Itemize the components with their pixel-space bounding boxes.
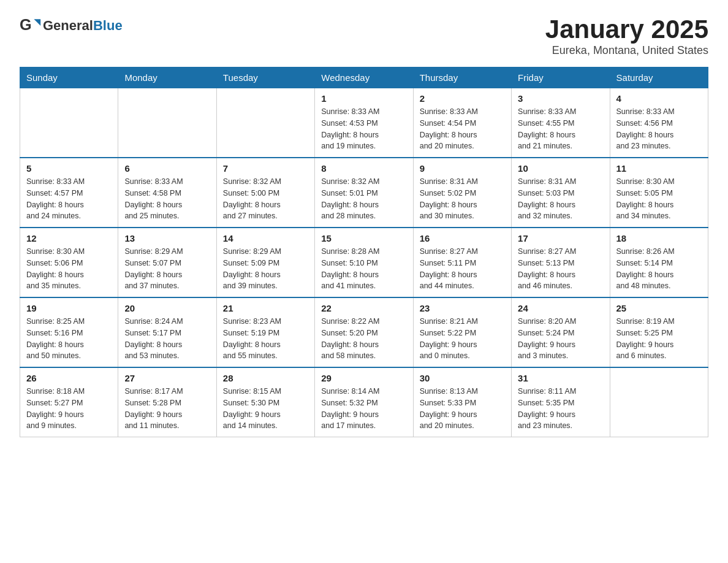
day-info: Sunrise: 8:31 AM Sunset: 5:02 PM Dayligh… — [420, 176, 505, 222]
day-number: 24 — [518, 303, 603, 313]
header-wednesday: Wednesday — [315, 67, 413, 88]
day-cell — [20, 88, 118, 158]
day-number: 3 — [518, 93, 603, 104]
day-info: Sunrise: 8:30 AM Sunset: 5:05 PM Dayligh… — [616, 176, 702, 222]
day-number: 7 — [223, 163, 308, 174]
day-cell: 27Sunrise: 8:17 AM Sunset: 5:28 PM Dayli… — [118, 367, 216, 437]
day-cell: 22Sunrise: 8:22 AM Sunset: 5:20 PM Dayli… — [315, 297, 413, 367]
day-number: 6 — [124, 163, 210, 174]
day-info: Sunrise: 8:33 AM Sunset: 4:53 PM Dayligh… — [321, 106, 406, 152]
calendar-body: 1Sunrise: 8:33 AM Sunset: 4:53 PM Daylig… — [20, 88, 708, 437]
day-cell: 21Sunrise: 8:23 AM Sunset: 5:19 PM Dayli… — [216, 297, 314, 367]
day-info: Sunrise: 8:33 AM Sunset: 4:56 PM Dayligh… — [616, 106, 702, 152]
day-cell: 1Sunrise: 8:33 AM Sunset: 4:53 PM Daylig… — [315, 88, 413, 158]
day-cell: 29Sunrise: 8:14 AM Sunset: 5:32 PM Dayli… — [315, 367, 413, 437]
day-number: 20 — [124, 303, 210, 313]
page-header: G GeneralBlue January 2025 Eureka, Monta… — [20, 15, 708, 57]
day-cell: 9Sunrise: 8:31 AM Sunset: 5:02 PM Daylig… — [413, 158, 511, 228]
day-info: Sunrise: 8:31 AM Sunset: 5:03 PM Dayligh… — [518, 176, 603, 222]
day-cell: 12Sunrise: 8:30 AM Sunset: 5:06 PM Dayli… — [20, 228, 118, 297]
day-info: Sunrise: 8:17 AM Sunset: 5:28 PM Dayligh… — [124, 386, 210, 432]
day-number: 21 — [223, 303, 308, 313]
day-cell: 19Sunrise: 8:25 AM Sunset: 5:16 PM Dayli… — [20, 297, 118, 367]
header-row: SundayMondayTuesdayWednesdayThursdayFrid… — [20, 67, 708, 88]
day-info: Sunrise: 8:28 AM Sunset: 5:10 PM Dayligh… — [321, 246, 406, 292]
day-info: Sunrise: 8:27 AM Sunset: 5:11 PM Dayligh… — [420, 246, 505, 292]
day-number: 18 — [616, 233, 702, 243]
day-cell: 28Sunrise: 8:15 AM Sunset: 5:30 PM Dayli… — [216, 367, 314, 437]
calendar-header: SundayMondayTuesdayWednesdayThursdayFrid… — [20, 67, 708, 88]
day-number: 5 — [26, 163, 112, 174]
day-number: 30 — [420, 373, 505, 383]
week-row-1: 1Sunrise: 8:33 AM Sunset: 4:53 PM Daylig… — [20, 88, 708, 158]
day-number: 25 — [616, 303, 702, 313]
day-number: 22 — [321, 303, 406, 313]
day-cell: 16Sunrise: 8:27 AM Sunset: 5:11 PM Dayli… — [413, 228, 511, 297]
day-cell: 26Sunrise: 8:18 AM Sunset: 5:27 PM Dayli… — [20, 367, 118, 437]
day-cell — [216, 88, 314, 158]
day-cell: 18Sunrise: 8:26 AM Sunset: 5:14 PM Dayli… — [610, 228, 708, 297]
day-info: Sunrise: 8:13 AM Sunset: 5:33 PM Dayligh… — [420, 386, 505, 432]
day-info: Sunrise: 8:21 AM Sunset: 5:22 PM Dayligh… — [420, 316, 505, 362]
day-cell: 11Sunrise: 8:30 AM Sunset: 5:05 PM Dayli… — [610, 158, 708, 228]
day-number: 31 — [518, 373, 603, 383]
day-cell: 7Sunrise: 8:32 AM Sunset: 5:00 PM Daylig… — [216, 158, 314, 228]
week-row-3: 12Sunrise: 8:30 AM Sunset: 5:06 PM Dayli… — [20, 228, 708, 297]
day-number: 1 — [321, 93, 406, 104]
day-number: 29 — [321, 373, 406, 383]
day-cell: 4Sunrise: 8:33 AM Sunset: 4:56 PM Daylig… — [610, 88, 708, 158]
day-number: 2 — [420, 93, 505, 104]
day-info: Sunrise: 8:22 AM Sunset: 5:20 PM Dayligh… — [321, 316, 406, 362]
logo-icon: G — [20, 15, 42, 37]
day-info: Sunrise: 8:27 AM Sunset: 5:13 PM Dayligh… — [518, 246, 603, 292]
day-number: 14 — [223, 233, 308, 243]
week-row-5: 26Sunrise: 8:18 AM Sunset: 5:27 PM Dayli… — [20, 367, 708, 437]
day-cell — [118, 88, 216, 158]
day-cell: 5Sunrise: 8:33 AM Sunset: 4:57 PM Daylig… — [20, 158, 118, 228]
day-cell: 15Sunrise: 8:28 AM Sunset: 5:10 PM Dayli… — [315, 228, 413, 297]
day-cell: 8Sunrise: 8:32 AM Sunset: 5:01 PM Daylig… — [315, 158, 413, 228]
day-cell: 13Sunrise: 8:29 AM Sunset: 5:07 PM Dayli… — [118, 228, 216, 297]
logo: G GeneralBlue — [20, 15, 123, 37]
day-number: 26 — [26, 373, 112, 383]
day-number: 4 — [616, 93, 702, 104]
day-info: Sunrise: 8:33 AM Sunset: 4:54 PM Dayligh… — [420, 106, 505, 152]
day-cell: 14Sunrise: 8:29 AM Sunset: 5:09 PM Dayli… — [216, 228, 314, 297]
day-info: Sunrise: 8:29 AM Sunset: 5:09 PM Dayligh… — [223, 246, 308, 292]
page-title: January 2025 — [545, 15, 708, 44]
day-info: Sunrise: 8:32 AM Sunset: 5:01 PM Dayligh… — [321, 176, 406, 222]
day-info: Sunrise: 8:33 AM Sunset: 4:58 PM Dayligh… — [124, 176, 210, 222]
header-sunday: Sunday — [20, 67, 118, 88]
day-info: Sunrise: 8:11 AM Sunset: 5:35 PM Dayligh… — [518, 386, 603, 432]
header-monday: Monday — [118, 67, 216, 88]
svg-text:G: G — [20, 16, 32, 33]
day-info: Sunrise: 8:14 AM Sunset: 5:32 PM Dayligh… — [321, 386, 406, 432]
day-cell: 30Sunrise: 8:13 AM Sunset: 5:33 PM Dayli… — [413, 367, 511, 437]
day-info: Sunrise: 8:26 AM Sunset: 5:14 PM Dayligh… — [616, 246, 702, 292]
day-number: 12 — [26, 233, 112, 243]
day-cell: 6Sunrise: 8:33 AM Sunset: 4:58 PM Daylig… — [118, 158, 216, 228]
day-info: Sunrise: 8:18 AM Sunset: 5:27 PM Dayligh… — [26, 386, 112, 432]
day-info: Sunrise: 8:29 AM Sunset: 5:07 PM Dayligh… — [124, 246, 210, 292]
day-number: 28 — [223, 373, 308, 383]
header-tuesday: Tuesday — [216, 67, 314, 88]
title-area: January 2025 Eureka, Montana, United Sta… — [545, 15, 708, 57]
day-number: 10 — [518, 163, 603, 174]
day-number: 8 — [321, 163, 406, 174]
header-saturday: Saturday — [610, 67, 708, 88]
header-thursday: Thursday — [413, 67, 511, 88]
day-number: 19 — [26, 303, 112, 313]
day-cell: 25Sunrise: 8:19 AM Sunset: 5:25 PM Dayli… — [610, 297, 708, 367]
day-cell: 20Sunrise: 8:24 AM Sunset: 5:17 PM Dayli… — [118, 297, 216, 367]
page-subtitle: Eureka, Montana, United States — [545, 44, 708, 57]
day-info: Sunrise: 8:30 AM Sunset: 5:06 PM Dayligh… — [26, 246, 112, 292]
day-cell: 23Sunrise: 8:21 AM Sunset: 5:22 PM Dayli… — [413, 297, 511, 367]
day-number: 15 — [321, 233, 406, 243]
day-cell: 2Sunrise: 8:33 AM Sunset: 4:54 PM Daylig… — [413, 88, 511, 158]
day-cell: 24Sunrise: 8:20 AM Sunset: 5:24 PM Dayli… — [512, 297, 610, 367]
header-friday: Friday — [512, 67, 610, 88]
day-cell — [610, 367, 708, 437]
day-number: 27 — [124, 373, 210, 383]
day-number: 16 — [420, 233, 505, 243]
day-cell: 31Sunrise: 8:11 AM Sunset: 5:35 PM Dayli… — [512, 367, 610, 437]
